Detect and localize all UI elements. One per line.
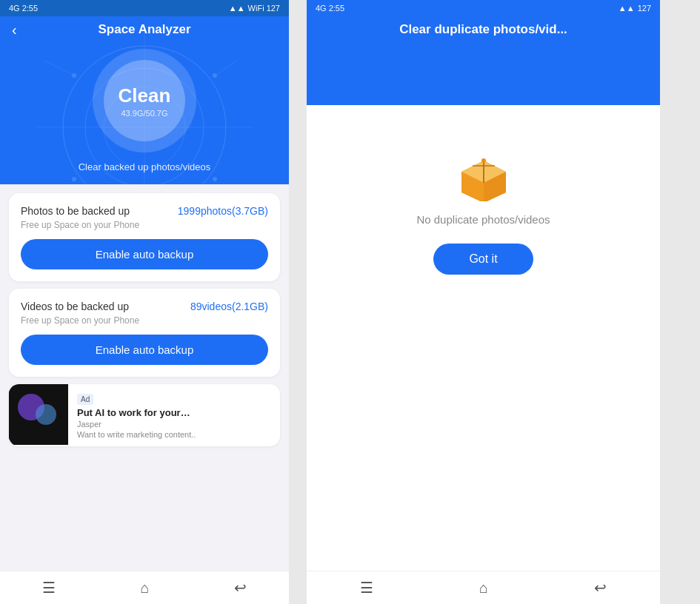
- photos-label: Photos to be backed up: [21, 205, 130, 217]
- photos-desc: Free up Space on your Phone: [21, 220, 268, 230]
- status-bar-right-icons: ▲▲ WiFi 127: [229, 4, 280, 13]
- status-bar-left: 4G 2:55 ▲▲ WiFi 127: [0, 0, 289, 16]
- back-button[interactable]: ‹: [12, 21, 17, 38]
- videos-card-row: Videos to be backed up 89videos(2.1GB): [21, 301, 268, 312]
- photos-value: 1999photos(3.7GB): [178, 205, 268, 217]
- nav-bar: ‹ Space Analyzer: [0, 16, 289, 43]
- battery-icon: WiFi 127: [248, 4, 280, 13]
- svg-line-9: [44, 61, 74, 76]
- back-nav-icon[interactable]: ↩: [234, 579, 247, 597]
- clean-label: Clean: [119, 84, 171, 107]
- phone-divider: [295, 0, 301, 604]
- ad-subtitle: Want to write marketing content..: [77, 430, 271, 439]
- clean-circle[interactable]: Clean 43.9G/50.7G: [93, 43, 196, 155]
- bottom-nav-right: ☰ ⌂ ↩: [307, 571, 660, 604]
- right-page-title: Clear duplicate photos/vid...: [399, 22, 567, 37]
- time-display: 2:55: [22, 4, 38, 13]
- ad-image: [9, 386, 68, 445]
- package-icon: [454, 150, 513, 201]
- menu-icon[interactable]: ☰: [42, 579, 56, 597]
- videos-value: 89videos(2.1GB): [190, 301, 268, 312]
- scroll-content: Photos to be backed up 1999photos(3.7GB)…: [0, 184, 289, 571]
- right-status-left: 4G 2:55: [316, 4, 344, 13]
- right-battery-icon: 127: [638, 4, 651, 13]
- ad-content: Ad Put AI to work for your… Jasper Want …: [68, 384, 280, 446]
- status-bar-left-icons: 4G 2:55: [9, 4, 38, 13]
- videos-desc: Free up Space on your Phone: [21, 315, 268, 326]
- right-menu-icon[interactable]: ☰: [360, 579, 373, 597]
- status-bar-right: 4G 2:55 ▲▲ 127: [307, 0, 660, 16]
- right-content: No duplicate photos/videos Got it: [307, 105, 660, 571]
- left-phone: 4G 2:55 ▲▲ WiFi 127 ‹ Space Analyzer: [0, 0, 289, 604]
- photos-card-row: Photos to be backed up 1999photos(3.7GB): [21, 205, 268, 217]
- photos-backup-button[interactable]: Enable auto backup: [21, 239, 268, 269]
- right-time-display: 2:55: [329, 4, 344, 13]
- svg-point-8: [213, 177, 217, 181]
- ad-card[interactable]: Ad Put AI to work for your… Jasper Want …: [9, 384, 280, 446]
- blue-top-section: Clear duplicate photos/vid...: [307, 16, 660, 105]
- right-home-icon[interactable]: ⌂: [479, 580, 488, 597]
- ad-title: Put AI to work for your…: [77, 407, 271, 418]
- right-nav-bar: Clear duplicate photos/vid...: [307, 16, 660, 43]
- got-it-button[interactable]: Got it: [433, 244, 533, 275]
- ad-badge: Ad: [77, 394, 93, 405]
- clean-circle-inner: Clean 43.9G/50.7G: [104, 60, 185, 141]
- right-wifi-icon: ▲▲: [619, 4, 635, 13]
- page-title: Space Analyzer: [12, 22, 277, 37]
- svg-point-6: [213, 73, 217, 78]
- svg-line-10: [215, 61, 237, 76]
- right-back-nav-icon[interactable]: ↩: [594, 579, 607, 597]
- svg-point-13: [36, 404, 56, 425]
- svg-point-20: [481, 158, 486, 163]
- home-icon[interactable]: ⌂: [140, 580, 149, 597]
- videos-label: Videos to be backed up: [21, 301, 129, 312]
- right-signal-icon: 4G: [316, 4, 327, 13]
- photos-card: Photos to be backed up 1999photos(3.7GB)…: [9, 193, 280, 281]
- svg-point-7: [72, 177, 76, 181]
- no-duplicate-text: No duplicate photos/videos: [416, 213, 550, 226]
- clean-circle-outer: Clean 43.9G/50.7G: [93, 49, 196, 152]
- bottom-nav-left: ☰ ⌂ ↩: [0, 571, 289, 604]
- svg-point-5: [72, 73, 76, 78]
- storage-label: 43.9G/50.7G: [121, 109, 168, 118]
- videos-backup-button[interactable]: Enable auto backup: [21, 335, 268, 365]
- videos-card: Videos to be backed up 89videos(2.1GB) F…: [9, 289, 280, 377]
- wifi-icon: ▲▲: [229, 4, 245, 13]
- signal-icon: 4G: [9, 4, 20, 13]
- ad-company: Jasper: [77, 420, 271, 429]
- blue-header: ‹ Space Analyzer Clean 43.9G/50.7G Clear…: [0, 16, 289, 184]
- header-subtitle: Clear backed up photos/videos: [79, 161, 211, 172]
- right-status-right: ▲▲ 127: [619, 4, 651, 13]
- right-phone: 4G 2:55 ▲▲ 127 Clear duplicate photos/vi…: [307, 0, 660, 604]
